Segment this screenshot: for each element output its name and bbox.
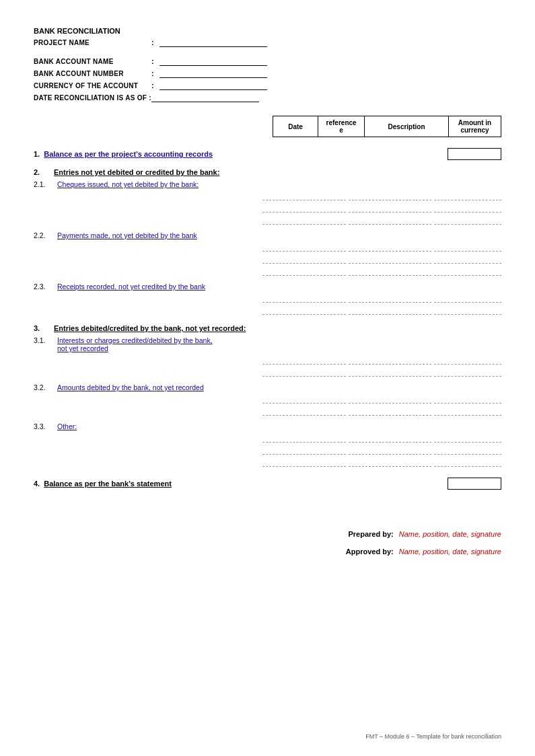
s22-dashed-row-2 <box>262 256 501 264</box>
s4-num: 4. <box>34 480 40 488</box>
s22-num: 2.2. <box>34 231 57 239</box>
s21-dash-3b <box>349 217 432 225</box>
s22-dash-3b <box>349 268 432 276</box>
approved-label: Approved by: <box>346 547 394 556</box>
prepared-label: Prepared by: <box>348 530 393 538</box>
project-name-line <box>159 38 267 47</box>
s21-dash-2c <box>434 204 501 213</box>
s31-dash-2b <box>349 369 432 377</box>
s4-label: Balance as per the bank's statement <box>44 480 172 488</box>
s22-dash-1c <box>434 243 501 252</box>
s21-dash-2b <box>349 204 432 213</box>
s3-num: 3. <box>34 324 54 332</box>
s33-dash-2a <box>262 447 346 455</box>
s33-dash-3a <box>262 459 346 467</box>
s21-dash-1a <box>262 192 346 200</box>
s32-dash-2c <box>434 408 501 416</box>
s32-dashed-rows <box>262 395 501 416</box>
s31-dashed-row-1 <box>262 356 501 365</box>
signatures-section: Prepared by: Name, position, date, signa… <box>34 530 501 556</box>
s1-input[interactable] <box>448 148 501 160</box>
approved-value: Name, position, date, signature <box>399 547 501 556</box>
s21-dashed-row-2 <box>262 204 501 213</box>
s22-dashed-row-1 <box>262 243 501 252</box>
footer-fmt: FMT – Module 6 – Template for bank recon… <box>365 733 501 740</box>
currency-line <box>159 81 267 90</box>
s22-label: Payments made, not yet debited by the ba… <box>57 231 197 239</box>
s21-dash-1b <box>349 192 432 200</box>
s21-num: 2.1. <box>34 180 57 188</box>
s23-label: Receipts recorded, not yet credited by t… <box>57 282 205 291</box>
s33-dashed-row-3 <box>262 459 501 467</box>
colon-2: : <box>151 57 154 65</box>
s4-input[interactable] <box>448 478 501 490</box>
section-31-row: 3.1. Interests or charges credited/debit… <box>34 336 501 352</box>
s33-dash-1a <box>262 434 346 443</box>
date-line <box>151 93 259 102</box>
s23-dash-2c <box>434 307 501 315</box>
prepared-value: Name, position, date, signature <box>399 530 501 538</box>
section-22-row: 2.2. Payments made, not yet debited by t… <box>34 231 501 239</box>
s32-dash-1a <box>262 395 346 404</box>
s23-dash-1a <box>262 295 346 303</box>
s22-dash-2b <box>349 256 432 264</box>
s31-dashed-rows <box>262 356 501 377</box>
s21-dashed-rows <box>262 192 501 225</box>
col-date: Date <box>273 116 318 137</box>
s21-label: Cheques issued, not yet debited by the b… <box>57 180 199 188</box>
s21-dash-1c <box>434 192 501 200</box>
s22-dash-2a <box>262 256 346 264</box>
s22-dashed-rows <box>262 243 501 276</box>
s23-dashed-row-1 <box>262 295 501 303</box>
s33-label: Other: <box>57 422 77 430</box>
s21-dash-3c <box>434 217 501 225</box>
s22-dashed-row-3 <box>262 268 501 276</box>
s23-dashed-rows <box>262 295 501 315</box>
currency-label: CURRENCY OF THE ACCOUNT <box>34 82 151 89</box>
colon-3: : <box>151 69 154 77</box>
s21-dashed-row-3 <box>262 217 501 225</box>
s2-label: Entries not yet debited or credited by t… <box>54 168 219 176</box>
section-4-row: 4. Balance as per the bank's statement <box>34 478 501 490</box>
colon-4: : <box>151 81 154 89</box>
s31-num: 3.1. <box>34 336 57 344</box>
s33-num: 3.3. <box>34 422 57 430</box>
section-23-row: 2.3. Receipts recorded, not yet credited… <box>34 282 501 291</box>
s32-dash-2a <box>262 408 346 416</box>
section-2-row: 2. Entries not yet debited or credited b… <box>34 168 501 176</box>
s23-num: 2.3. <box>34 282 57 291</box>
s23-dash-2b <box>349 307 432 315</box>
s22-dash-2c <box>434 256 501 264</box>
s1-num: 1. <box>34 150 40 158</box>
s32-num: 3.2. <box>34 383 57 391</box>
s33-dash-3b <box>349 459 432 467</box>
bank-account-number-label: BANK ACCOUNT NUMBER <box>34 70 151 77</box>
s23-dash-1b <box>349 295 432 303</box>
s3-label: Entries debited/credited by the bank, no… <box>54 324 246 332</box>
s33-dash-1b <box>349 434 432 443</box>
s22-dash-1a <box>262 243 346 252</box>
prepared-row: Prepared by: Name, position, date, signa… <box>348 530 501 538</box>
s33-dash-3c <box>434 459 501 467</box>
s31-label2: not yet recorded <box>57 344 501 352</box>
bank-reconciliation-title: BANK RECONCILIATION <box>34 27 501 35</box>
section-3-row: 3. Entries debited/credited by the bank,… <box>34 324 501 332</box>
s32-dash-1c <box>434 395 501 404</box>
s32-dash-2b <box>349 408 432 416</box>
s33-dashed-rows <box>262 434 501 467</box>
s31-dash-1b <box>349 356 432 365</box>
s22-dash-3a <box>262 268 346 276</box>
bank-account-name-label: BANK ACCOUNT NAME <box>34 58 151 65</box>
s31-content: Interests or charges credited/debited by… <box>57 336 501 352</box>
s32-dashed-row-1 <box>262 395 501 404</box>
s31-dash-2a <box>262 369 346 377</box>
s31-dash-2c <box>434 369 501 377</box>
project-name-label: PROJECT NAME <box>34 39 151 46</box>
bank-account-name-line <box>159 56 267 66</box>
s31-dashed-row-2 <box>262 369 501 377</box>
s31-dash-1c <box>434 356 501 365</box>
s33-dash-2b <box>349 447 432 455</box>
column-header-table: Date reference e Description Amount in c… <box>273 116 501 137</box>
col-description: Description <box>365 116 449 137</box>
section-21-row: 2.1. Cheques issued, not yet debited by … <box>34 180 501 188</box>
